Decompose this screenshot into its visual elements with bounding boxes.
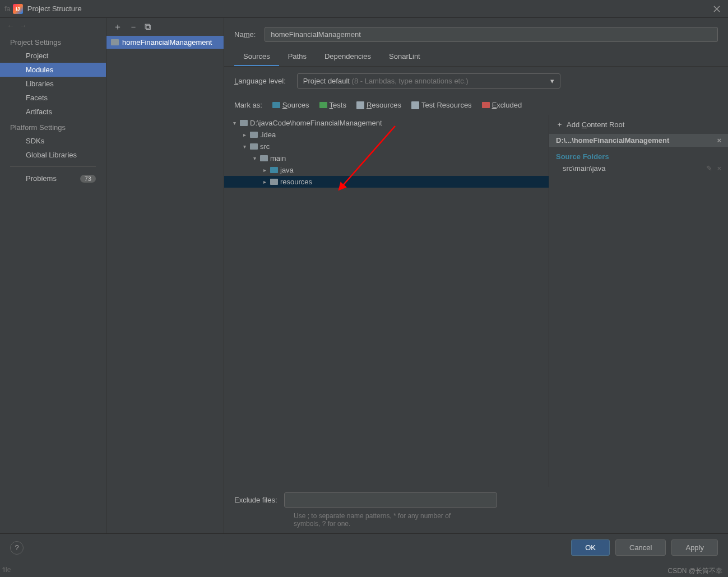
- sidebar-item-facets[interactable]: Facets: [0, 91, 106, 105]
- mark-excluded-button[interactable]: Excluded: [482, 101, 522, 109]
- tab-dependencies[interactable]: Dependencies: [316, 48, 380, 66]
- folder-icon: [250, 143, 258, 150]
- tree-row-root[interactable]: ▾ D:\javaCode\homeFinancialManagement: [224, 117, 549, 129]
- source-folder-icon: [270, 167, 278, 173]
- folder-icon: [240, 120, 248, 126]
- mark-resources-button[interactable]: Resources: [356, 101, 401, 109]
- watermark: CSDN @长筒不幸: [667, 566, 722, 576]
- ok-button[interactable]: OK: [571, 539, 610, 556]
- mark-sources-button[interactable]: Sources: [272, 101, 309, 109]
- sidebar-item-problems[interactable]: Problems 73: [0, 171, 106, 185]
- copy-module-icon[interactable]: ⧉: [145, 22, 151, 32]
- sidebar-item-libraries[interactable]: Libraries: [0, 77, 106, 91]
- close-icon[interactable]: [710, 2, 724, 16]
- tree-label: main: [270, 154, 286, 162]
- add-module-icon[interactable]: ＋: [113, 21, 122, 33]
- remove-icon[interactable]: ×: [717, 164, 721, 173]
- folder-icon: [270, 179, 278, 185]
- folder-icon: [250, 132, 258, 138]
- tree-expand-icon[interactable]: ▾: [241, 143, 248, 150]
- tree-expand-icon[interactable]: ▾: [251, 155, 258, 161]
- content-root-header[interactable]: D:\...\homeFinancialManagement ×: [549, 134, 728, 147]
- add-content-root-button[interactable]: ＋ Add Content Root: [549, 115, 728, 134]
- tree-label: src: [260, 142, 270, 151]
- app-icon: IJ: [13, 4, 23, 14]
- tree-expand-icon[interactable]: ▸: [261, 179, 268, 185]
- language-level-hint: (8 - Lambdas, type annotations etc.): [352, 77, 469, 85]
- name-label: Name:: [234, 30, 256, 39]
- excluded-folder-icon: [482, 102, 490, 108]
- tab-paths[interactable]: Paths: [279, 48, 316, 66]
- language-level-select[interactable]: Project default (8 - Lambdas, type annot…: [297, 73, 560, 89]
- mark-as-label: Mark as:: [234, 101, 262, 109]
- plus-icon: ＋: [556, 119, 563, 129]
- tree-label: java: [280, 166, 294, 174]
- problems-count-badge: 73: [80, 175, 96, 183]
- tab-sources[interactable]: Sources: [234, 48, 279, 66]
- section-project-settings: Project Settings: [0, 34, 106, 49]
- tree-expand-icon[interactable]: ▸: [261, 167, 268, 173]
- tree-row-resources[interactable]: ▸ resources: [224, 176, 549, 188]
- module-folder-icon: [111, 39, 119, 45]
- mark-tests-button[interactable]: Tests: [319, 101, 346, 109]
- mark-test-resources-button[interactable]: Test Resources: [411, 101, 472, 109]
- tree-row-main[interactable]: ▾ main: [224, 152, 549, 164]
- exclude-hint: Use ; to separate name patterns, * for a…: [224, 510, 728, 533]
- language-level-label: Language level:: [234, 77, 286, 85]
- resources-folder-icon: [356, 101, 364, 109]
- nav-forward-icon[interactable]: →: [19, 21, 27, 30]
- edit-icon[interactable]: ✎: [706, 164, 712, 173]
- sidebar-item-artifacts[interactable]: Artifacts: [0, 105, 106, 119]
- tab-sonarlint[interactable]: SonarLint: [380, 48, 429, 66]
- section-platform-settings: Platform Settings: [0, 119, 106, 134]
- cancel-button[interactable]: Cancel: [615, 539, 666, 556]
- tree-label: resources: [280, 178, 312, 186]
- tree-row-java[interactable]: ▸ java: [224, 164, 549, 176]
- apply-button[interactable]: Apply: [671, 539, 718, 556]
- footer: ? OK Cancel Apply: [0, 533, 728, 561]
- source-folders-label: Source Folders: [549, 147, 728, 163]
- module-name-input[interactable]: [265, 27, 718, 42]
- sidebar-nav: ← →: [0, 18, 106, 34]
- tree-label: .idea: [260, 131, 276, 139]
- sidebar-item-modules[interactable]: Modules: [0, 63, 106, 77]
- module-item[interactable]: homeFinancialManagement: [106, 36, 224, 49]
- nav-back-icon[interactable]: ←: [7, 21, 15, 30]
- exclude-files-label: Exclude files:: [234, 496, 277, 504]
- titlebar-prefix: fa: [4, 4, 11, 13]
- problems-label: Problems: [26, 174, 57, 183]
- language-level-value: Project default: [303, 77, 350, 85]
- tree-row-idea[interactable]: ▸ .idea: [224, 129, 549, 141]
- remove-content-root-icon[interactable]: ×: [717, 136, 721, 145]
- content-root-panel: ＋ Add Content Root D:\...\homeFinancialM…: [549, 115, 728, 487]
- module-toolbar: ＋ － ⧉: [106, 18, 224, 36]
- exclude-files-input[interactable]: [284, 492, 497, 508]
- sidebar-item-global-libraries[interactable]: Global Libraries: [0, 148, 106, 162]
- test-resources-folder-icon: [411, 101, 419, 109]
- tests-folder-icon: [319, 102, 327, 108]
- source-folder-path: src\main\java: [563, 164, 606, 173]
- source-tree: ▾ D:\javaCode\homeFinancialManagement ▸ …: [224, 115, 549, 487]
- sources-folder-icon: [272, 102, 280, 108]
- tree-expand-icon[interactable]: ▸: [241, 132, 248, 138]
- divider: [10, 166, 96, 167]
- content-root-path: D:\...\homeFinancialManagement: [556, 136, 669, 145]
- statusbar-text: file: [2, 566, 11, 574]
- tree-expand-icon[interactable]: ▾: [231, 120, 238, 126]
- module-list-panel: ＋ － ⧉ homeFinancialManagement: [106, 18, 224, 533]
- help-button[interactable]: ?: [10, 541, 24, 555]
- content-panel: Name: Sources Paths Dependencies SonarLi…: [224, 18, 728, 533]
- folder-icon: [260, 155, 268, 161]
- sidebar-item-project[interactable]: Project: [0, 49, 106, 63]
- remove-module-icon[interactable]: －: [129, 21, 138, 33]
- tree-row-src[interactable]: ▾ src: [224, 141, 549, 152]
- tree-label: D:\javaCode\homeFinancialManagement: [250, 119, 382, 127]
- tabs: Sources Paths Dependencies SonarLint: [224, 48, 728, 67]
- titlebar: fa IJ Project Structure: [0, 0, 728, 18]
- sidebar: ← → Project Settings Project Modules Lib…: [0, 18, 106, 533]
- sidebar-item-sdks[interactable]: SDKs: [0, 134, 106, 148]
- module-item-label: homeFinancialManagement: [122, 38, 212, 46]
- chevron-down-icon: ▾: [550, 77, 554, 85]
- window-title: Project Structure: [27, 4, 710, 13]
- source-folder-row[interactable]: src\main\java ✎ ×: [549, 163, 728, 174]
